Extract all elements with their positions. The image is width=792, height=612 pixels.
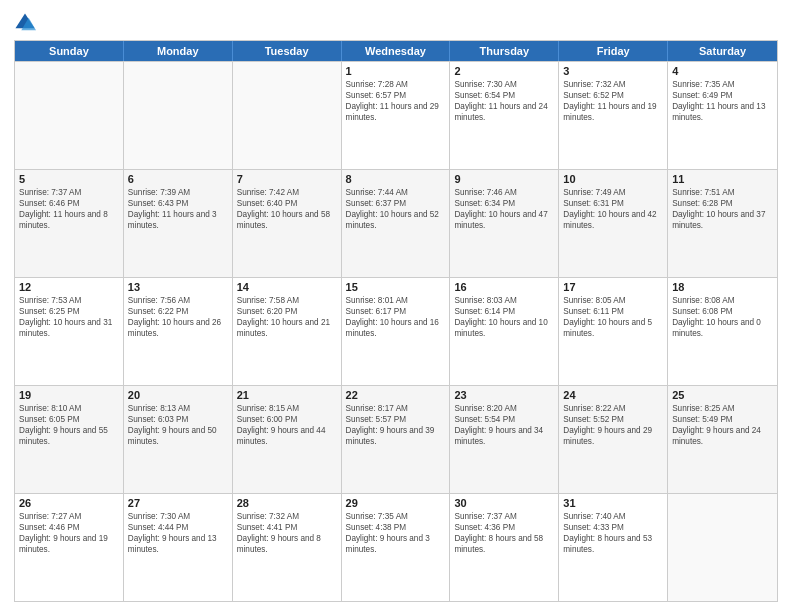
calendar-body: 1Sunrise: 7:28 AMSunset: 6:57 PMDaylight… — [15, 61, 777, 601]
sunset-text: Sunset: 6:43 PM — [128, 198, 228, 209]
sunset-text: Sunset: 6:00 PM — [237, 414, 337, 425]
calendar-cell: 20Sunrise: 8:13 AMSunset: 6:03 PMDayligh… — [124, 386, 233, 493]
calendar-cell: 12Sunrise: 7:53 AMSunset: 6:25 PMDayligh… — [15, 278, 124, 385]
daylight-text: Daylight: 10 hours and 16 minutes. — [346, 317, 446, 339]
day-number: 31 — [563, 497, 663, 509]
daylight-text: Daylight: 11 hours and 24 minutes. — [454, 101, 554, 123]
sunset-text: Sunset: 4:46 PM — [19, 522, 119, 533]
sunset-text: Sunset: 6:11 PM — [563, 306, 663, 317]
calendar-row-3: 12Sunrise: 7:53 AMSunset: 6:25 PMDayligh… — [15, 277, 777, 385]
calendar-cell — [668, 494, 777, 601]
sunrise-text: Sunrise: 7:58 AM — [237, 295, 337, 306]
calendar-header: SundayMondayTuesdayWednesdayThursdayFrid… — [15, 41, 777, 61]
daylight-text: Daylight: 11 hours and 19 minutes. — [563, 101, 663, 123]
calendar-cell: 5Sunrise: 7:37 AMSunset: 6:46 PMDaylight… — [15, 170, 124, 277]
sunset-text: Sunset: 6:28 PM — [672, 198, 773, 209]
sunrise-text: Sunrise: 7:37 AM — [454, 511, 554, 522]
sunset-text: Sunset: 4:38 PM — [346, 522, 446, 533]
day-number: 30 — [454, 497, 554, 509]
sunrise-text: Sunrise: 7:28 AM — [346, 79, 446, 90]
daylight-text: Daylight: 9 hours and 3 minutes. — [346, 533, 446, 555]
day-number: 2 — [454, 65, 554, 77]
calendar-cell: 28Sunrise: 7:32 AMSunset: 4:41 PMDayligh… — [233, 494, 342, 601]
sunset-text: Sunset: 5:57 PM — [346, 414, 446, 425]
daylight-text: Daylight: 9 hours and 19 minutes. — [19, 533, 119, 555]
sunset-text: Sunset: 6:03 PM — [128, 414, 228, 425]
day-number: 11 — [672, 173, 773, 185]
day-number: 17 — [563, 281, 663, 293]
sunrise-text: Sunrise: 7:51 AM — [672, 187, 773, 198]
sunset-text: Sunset: 5:49 PM — [672, 414, 773, 425]
day-number: 5 — [19, 173, 119, 185]
header-day-wednesday: Wednesday — [342, 41, 451, 61]
page: SundayMondayTuesdayWednesdayThursdayFrid… — [0, 0, 792, 612]
day-number: 12 — [19, 281, 119, 293]
day-number: 18 — [672, 281, 773, 293]
day-number: 25 — [672, 389, 773, 401]
sunset-text: Sunset: 4:33 PM — [563, 522, 663, 533]
calendar-cell: 18Sunrise: 8:08 AMSunset: 6:08 PMDayligh… — [668, 278, 777, 385]
calendar-cell: 11Sunrise: 7:51 AMSunset: 6:28 PMDayligh… — [668, 170, 777, 277]
calendar-row-5: 26Sunrise: 7:27 AMSunset: 4:46 PMDayligh… — [15, 493, 777, 601]
day-number: 14 — [237, 281, 337, 293]
calendar-cell: 9Sunrise: 7:46 AMSunset: 6:34 PMDaylight… — [450, 170, 559, 277]
daylight-text: Daylight: 11 hours and 3 minutes. — [128, 209, 228, 231]
day-number: 10 — [563, 173, 663, 185]
sunset-text: Sunset: 6:34 PM — [454, 198, 554, 209]
sunset-text: Sunset: 6:20 PM — [237, 306, 337, 317]
calendar-cell: 29Sunrise: 7:35 AMSunset: 4:38 PMDayligh… — [342, 494, 451, 601]
calendar-cell — [233, 62, 342, 169]
calendar-cell: 6Sunrise: 7:39 AMSunset: 6:43 PMDaylight… — [124, 170, 233, 277]
calendar-cell: 22Sunrise: 8:17 AMSunset: 5:57 PMDayligh… — [342, 386, 451, 493]
sunrise-text: Sunrise: 7:30 AM — [454, 79, 554, 90]
sunrise-text: Sunrise: 7:27 AM — [19, 511, 119, 522]
sunrise-text: Sunrise: 8:03 AM — [454, 295, 554, 306]
daylight-text: Daylight: 11 hours and 13 minutes. — [672, 101, 773, 123]
calendar-cell — [124, 62, 233, 169]
header-day-tuesday: Tuesday — [233, 41, 342, 61]
sunset-text: Sunset: 6:40 PM — [237, 198, 337, 209]
sunset-text: Sunset: 6:57 PM — [346, 90, 446, 101]
day-number: 6 — [128, 173, 228, 185]
calendar-row-2: 5Sunrise: 7:37 AMSunset: 6:46 PMDaylight… — [15, 169, 777, 277]
sunrise-text: Sunrise: 7:49 AM — [563, 187, 663, 198]
daylight-text: Daylight: 9 hours and 29 minutes. — [563, 425, 663, 447]
sunrise-text: Sunrise: 7:37 AM — [19, 187, 119, 198]
daylight-text: Daylight: 9 hours and 50 minutes. — [128, 425, 228, 447]
sunrise-text: Sunrise: 8:17 AM — [346, 403, 446, 414]
day-number: 26 — [19, 497, 119, 509]
sunset-text: Sunset: 6:52 PM — [563, 90, 663, 101]
calendar-cell: 1Sunrise: 7:28 AMSunset: 6:57 PMDaylight… — [342, 62, 451, 169]
calendar-cell: 24Sunrise: 8:22 AMSunset: 5:52 PMDayligh… — [559, 386, 668, 493]
calendar-cell: 21Sunrise: 8:15 AMSunset: 6:00 PMDayligh… — [233, 386, 342, 493]
calendar: SundayMondayTuesdayWednesdayThursdayFrid… — [14, 40, 778, 602]
sunset-text: Sunset: 6:46 PM — [19, 198, 119, 209]
calendar-cell: 27Sunrise: 7:30 AMSunset: 4:44 PMDayligh… — [124, 494, 233, 601]
daylight-text: Daylight: 10 hours and 21 minutes. — [237, 317, 337, 339]
calendar-cell: 8Sunrise: 7:44 AMSunset: 6:37 PMDaylight… — [342, 170, 451, 277]
sunrise-text: Sunrise: 7:35 AM — [346, 511, 446, 522]
sunrise-text: Sunrise: 7:35 AM — [672, 79, 773, 90]
calendar-cell: 13Sunrise: 7:56 AMSunset: 6:22 PMDayligh… — [124, 278, 233, 385]
daylight-text: Daylight: 10 hours and 47 minutes. — [454, 209, 554, 231]
day-number: 7 — [237, 173, 337, 185]
daylight-text: Daylight: 10 hours and 58 minutes. — [237, 209, 337, 231]
daylight-text: Daylight: 10 hours and 10 minutes. — [454, 317, 554, 339]
calendar-cell: 25Sunrise: 8:25 AMSunset: 5:49 PMDayligh… — [668, 386, 777, 493]
sunrise-text: Sunrise: 8:10 AM — [19, 403, 119, 414]
daylight-text: Daylight: 10 hours and 0 minutes. — [672, 317, 773, 339]
calendar-row-1: 1Sunrise: 7:28 AMSunset: 6:57 PMDaylight… — [15, 61, 777, 169]
sunrise-text: Sunrise: 8:20 AM — [454, 403, 554, 414]
sunset-text: Sunset: 6:37 PM — [346, 198, 446, 209]
calendar-cell: 7Sunrise: 7:42 AMSunset: 6:40 PMDaylight… — [233, 170, 342, 277]
calendar-row-4: 19Sunrise: 8:10 AMSunset: 6:05 PMDayligh… — [15, 385, 777, 493]
day-number: 19 — [19, 389, 119, 401]
sunset-text: Sunset: 6:22 PM — [128, 306, 228, 317]
header-day-friday: Friday — [559, 41, 668, 61]
sunrise-text: Sunrise: 8:05 AM — [563, 295, 663, 306]
day-number: 21 — [237, 389, 337, 401]
day-number: 22 — [346, 389, 446, 401]
sunrise-text: Sunrise: 8:25 AM — [672, 403, 773, 414]
header-day-monday: Monday — [124, 41, 233, 61]
logo — [14, 12, 39, 34]
